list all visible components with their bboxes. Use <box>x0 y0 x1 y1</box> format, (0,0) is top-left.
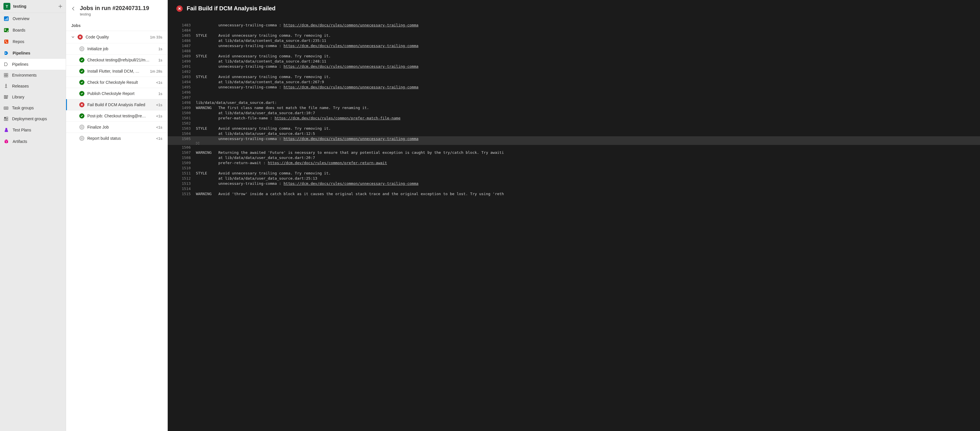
log-line[interactable]: 1508 at lib/data/data/user_data_source.d… <box>168 155 980 160</box>
sidebar-item-repos[interactable]: Repos <box>0 36 66 48</box>
log-line[interactable]: 1500 at lib/data/data/user_data_source.d… <box>168 111 980 116</box>
log-line[interactable]: 1502 <box>168 121 980 126</box>
back-button[interactable] <box>71 6 76 11</box>
log-text <box>196 186 971 192</box>
sidebar-item-pipelines[interactable]: Pipelines <box>0 48 66 59</box>
step-item[interactable]: Report build status<1s <box>66 133 167 144</box>
log-line[interactable]: 1501 prefer-match-file-name : https://dc… <box>168 116 980 121</box>
pipelines-sub-icon <box>3 62 9 67</box>
log-line[interactable]: 1510 <box>168 166 980 171</box>
svg-rect-17 <box>6 95 8 98</box>
log-line[interactable]: 1506 <box>168 145 980 150</box>
log-line[interactable]: 1512 at lib/data/data/user_data_source.d… <box>168 176 980 181</box>
jobs-section-label: Jobs <box>66 19 167 31</box>
log-line[interactable]: 1491 unnecessary-trailing-comma : https:… <box>168 64 980 69</box>
step-item[interactable]: Finalize Job<1s <box>66 121 167 133</box>
sidebar-item-deployment-groups[interactable]: Deployment groups <box>0 113 66 124</box>
svg-rect-15 <box>4 95 5 99</box>
log-line[interactable]: 1504 at lib/data/data/user_data_source.d… <box>168 131 980 136</box>
line-number: 1488 <box>177 49 191 54</box>
log-line[interactable]: 1492 <box>168 69 980 74</box>
rule-link[interactable]: https://dcm.dev/docs/rules/common/prefer… <box>275 116 400 120</box>
svg-rect-20 <box>6 108 8 109</box>
sidebar-item-releases[interactable]: Releases <box>0 81 66 92</box>
line-number: 1506 <box>177 145 191 150</box>
log-text: at lib/data/data/content_data_source.dar… <box>196 59 971 64</box>
log-line[interactable]: 1503STYLE Avoid unnecessary trailing com… <box>168 126 980 131</box>
step-item[interactable]: Publish Checkstyle Report1s <box>66 88 167 99</box>
line-number: 1507 <box>177 150 191 155</box>
sidebar-item-overview[interactable]: Overview <box>0 13 66 24</box>
log-text: unnecessary-trailing-comma : https://dcm… <box>196 181 971 186</box>
svg-rect-13 <box>4 76 6 77</box>
step-item[interactable]: Checkout testing@refs/pull/21/m…1s <box>66 54 167 65</box>
jobs-panel: Jobs in run #20240731.19 testing Jobs Co… <box>66 0 168 431</box>
log-line[interactable]: 1488 <box>168 49 980 54</box>
artifacts-icon <box>3 139 9 144</box>
sidebar-item-task-groups[interactable]: Task groups <box>0 103 66 113</box>
rule-link[interactable]: https://dcm.dev/docs/rules/common/unnece… <box>283 23 418 27</box>
step-time: 1s <box>158 47 162 51</box>
log-text: WARNING Returning the awaited 'Future' i… <box>196 150 971 155</box>
svg-rect-14 <box>6 76 8 77</box>
log-line[interactable]: 1484 <box>168 28 980 33</box>
step-item[interactable]: Install Flutter, Install DCM, …1m 28s <box>66 65 167 77</box>
step-item[interactable]: Fail Build if DCM Analysis Failed<1s <box>66 99 167 110</box>
log-line[interactable]: 1511STYLE Avoid unnecessary trailing com… <box>168 171 980 176</box>
add-button[interactable] <box>58 4 62 8</box>
log-line[interactable]: 1487 unnecessary-trailing-comma : https:… <box>168 43 980 49</box>
log-panel: Fail Build if DCM Analysis Failed 1483 u… <box>168 0 980 431</box>
job-group-header[interactable]: Code Quality 1m 33s <box>66 31 167 43</box>
log-line[interactable]: 1505 unnecessary-trailing-comma : https:… <box>168 136 980 145</box>
log-line[interactable]: 1515WARNING Avoid 'throw' inside a catch… <box>168 192 980 196</box>
svg-rect-1 <box>5 19 5 21</box>
line-number: 1496 <box>177 90 191 95</box>
log-line[interactable]: 1485STYLE Avoid unnecessary trailing com… <box>168 33 980 38</box>
sidebar-item-test-plans[interactable]: Test Plans <box>0 124 66 136</box>
log-line[interactable]: 1483 unnecessary-trailing-comma : https:… <box>168 23 980 28</box>
log-line[interactable]: 1490 at lib/data/data/content_data_sourc… <box>168 59 980 64</box>
log-line[interactable]: 1495 unnecessary-trailing-comma : https:… <box>168 85 980 90</box>
sidebar-item-library[interactable]: Library <box>0 92 66 103</box>
log-line[interactable]: 1486 at lib/data/data/content_data_sourc… <box>168 38 980 43</box>
step-item[interactable]: Initialize job1s <box>66 43 167 54</box>
log-line[interactable]: 1509 prefer-return-await : https://dcm.d… <box>168 160 980 166</box>
line-number: 1512 <box>177 176 191 181</box>
log-line[interactable]: 1497 <box>168 95 980 100</box>
log-line[interactable]: 1494 at lib/data/data/content_data_sourc… <box>168 79 980 85</box>
task-groups-icon <box>3 105 9 111</box>
repos-icon <box>3 39 9 44</box>
rule-link[interactable]: https://dcm.dev/docs/rules/common/unnece… <box>283 64 418 68</box>
log-line[interactable]: 1514 <box>168 186 980 192</box>
rule-link[interactable]: https://dcm.dev/docs/rules/common/unnece… <box>283 85 418 89</box>
log-line[interactable]: 1507WARNING Returning the awaited 'Futur… <box>168 150 980 155</box>
rule-link[interactable]: https://dcm.dev/docs/rules/common/prefer… <box>268 161 387 165</box>
log-line[interactable]: 1489STYLE Avoid unnecessary trailing com… <box>168 54 980 59</box>
rule-link[interactable]: https://dcm.dev/docs/rules/common/unnece… <box>283 136 418 141</box>
log-line[interactable]: 1513 unnecessary-trailing-comma : https:… <box>168 181 980 186</box>
sidebar-item-artifacts[interactable]: Artifacts <box>0 136 66 147</box>
log-text: unnecessary-trailing-comma : https://dcm… <box>196 85 971 90</box>
log-line[interactable]: 1493STYLE Avoid unnecessary trailing com… <box>168 74 980 79</box>
rule-link[interactable]: https://dcm.dev/docs/rules/common/unnece… <box>283 181 418 185</box>
step-name: Post-job: Checkout testing@re… <box>88 114 153 118</box>
line-number: 1484 <box>177 28 191 33</box>
log-line[interactable]: 1496 <box>168 90 980 95</box>
step-item[interactable]: Post-job: Checkout testing@re…<1s <box>66 110 167 121</box>
sidebar-item-pipelines-sub[interactable]: Pipelines <box>0 59 66 70</box>
line-number: 1499 <box>177 105 191 111</box>
step-item[interactable]: Check for Checkstyle Result<1s <box>66 77 167 88</box>
rule-link[interactable]: https://dcm.dev/docs/rules/common/unnece… <box>283 44 418 48</box>
sidebar-item-label: Pipelines <box>13 51 30 55</box>
svg-rect-11 <box>4 73 6 75</box>
log-line[interactable]: 1499WARNING The first class name does no… <box>168 105 980 111</box>
log-line[interactable]: 1498lib/data/data/user_data_source.dart: <box>168 100 980 105</box>
line-number: 1509 <box>177 160 191 166</box>
log-text: at lib/data/data/content_data_source.dar… <box>196 79 971 85</box>
project-name: testing <box>13 4 58 9</box>
log-body[interactable]: 1483 unnecessary-trailing-comma : https:… <box>168 17 980 431</box>
sidebar-item-boards[interactable]: Boards <box>0 24 66 36</box>
sidebar-item-environments[interactable]: Environments <box>0 70 66 81</box>
step-name: Initialize job <box>88 46 155 51</box>
link-icon[interactable] <box>196 141 971 145</box>
